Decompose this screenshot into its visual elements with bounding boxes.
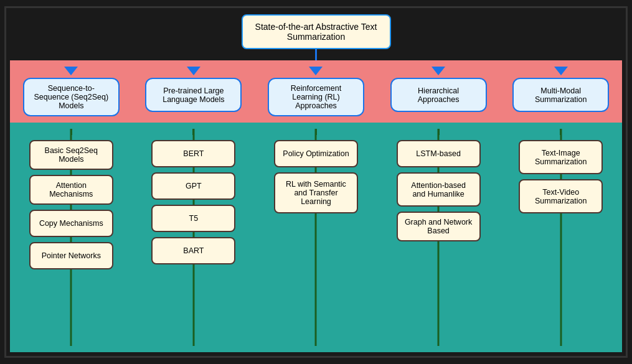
level1-col-hierarchical: Hierarchical Approaches bbox=[390, 67, 487, 116]
col-pretrained-top-line bbox=[192, 129, 194, 135]
level2-node-t5: T5 bbox=[151, 205, 235, 232]
level2-node-rl-semantic: RL with Semantic and Transfer Learning bbox=[274, 172, 358, 213]
level2-node-gpt: GPT bbox=[151, 172, 235, 200]
outer-border: State-of-the-art Abstractive Text Summar… bbox=[4, 6, 628, 358]
level2-node-basic-seq2seq: Basic Seq2Seq Models bbox=[29, 140, 113, 170]
level2-section: Basic Seq2Seq Models Attention Mechanism… bbox=[10, 123, 622, 352]
arrow-pretrained bbox=[187, 67, 200, 75]
level1-node-seq2seq: Sequence-to-Sequence (Seq2Seq) Models bbox=[23, 78, 120, 116]
level2-node-pointer: Pointer Networks bbox=[29, 242, 113, 269]
arrow-hierarchical bbox=[432, 67, 445, 75]
level1-node-multimodal: Multi-Modal Summarization bbox=[512, 78, 609, 112]
level1-node-pretrained: Pre-trained Large Language Models bbox=[145, 78, 242, 112]
col-rl-top-line bbox=[315, 129, 317, 135]
level2-node-copy: Copy Mechanisms bbox=[29, 210, 113, 237]
arrow-seq2seq bbox=[64, 67, 78, 75]
root-label: State-of-the-art Abstractive Text Summar… bbox=[255, 22, 377, 42]
col-pretrained: BERT GPT T5 BART bbox=[145, 129, 242, 346]
level2-node-policy: Policy Optimization bbox=[274, 140, 358, 167]
col-multimodal: Text-Image Summarization Text-Video Summ… bbox=[512, 129, 609, 346]
level1-node-hierarchical: Hierarchical Approaches bbox=[390, 78, 487, 112]
level2-node-attention-human: Attention-based and Humanlike bbox=[397, 172, 481, 207]
arrow-rl bbox=[309, 67, 323, 75]
level1-node-rl: Reinforcement Learning (RL) Approaches bbox=[268, 78, 364, 116]
level1-col-multimodal: Multi-Modal Summarization bbox=[512, 67, 609, 116]
diagram-wrapper: State-of-the-art Abstractive Text Summar… bbox=[0, 0, 632, 364]
level1-col-seq2seq: Sequence-to-Sequence (Seq2Seq) Models bbox=[23, 67, 120, 116]
col-multimodal-top-line bbox=[560, 129, 562, 135]
arrow-multimodal bbox=[554, 67, 568, 75]
level2-node-bert: BERT bbox=[151, 140, 235, 167]
col-hierarchical: LSTM-based Attention-based and Humanlike… bbox=[390, 129, 487, 346]
level1-band: Sequence-to-Sequence (Seq2Seq) Models Pr… bbox=[10, 60, 622, 123]
level2-node-text-video: Text-Video Summarization bbox=[519, 179, 603, 213]
level2-node-bart: BART bbox=[151, 237, 235, 264]
level2-node-attention: Attention Mechanisms bbox=[29, 175, 113, 205]
level1-col-rl: Reinforcement Learning (RL) Approaches bbox=[268, 67, 364, 116]
col-rl: Policy Optimization RL with Semantic and… bbox=[268, 129, 364, 346]
col-hierarchical-top-line bbox=[438, 129, 440, 135]
col-seq2seq-top-line bbox=[70, 129, 72, 135]
root-node: State-of-the-art Abstractive Text Summar… bbox=[242, 14, 391, 49]
level2-node-lstm: LSTM-based bbox=[397, 140, 481, 167]
level2-node-text-image: Text-Image Summarization bbox=[519, 140, 603, 174]
root-down-connector bbox=[315, 49, 317, 60]
col-seq2seq: Basic Seq2Seq Models Attention Mechanism… bbox=[23, 129, 120, 346]
level2-node-graph: Graph and Network Based bbox=[397, 212, 481, 241]
level1-col-pretrained: Pre-trained Large Language Models bbox=[145, 67, 242, 116]
